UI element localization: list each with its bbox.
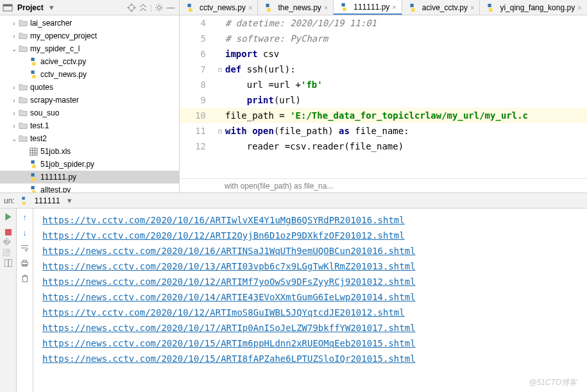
code-line[interactable]: 8 url =url +'fb' xyxy=(180,77,587,92)
tree-item-acive-cctv-py[interactable]: acive_cctv.py xyxy=(0,55,179,68)
code-line[interactable]: 6import csv xyxy=(180,46,587,62)
line-number: 11 xyxy=(180,126,215,136)
close-icon[interactable]: × xyxy=(470,4,474,12)
console-output[interactable]: https://tv.cctv.com/2020/10/16/ARTIwlvXE… xyxy=(33,209,587,392)
code-text: # datetime: 2020/10/19 11:01 xyxy=(225,18,377,28)
chevron-down-icon[interactable]: ▾ xyxy=(46,2,58,13)
target-icon[interactable] xyxy=(126,2,137,13)
line-number: 8 xyxy=(180,80,215,90)
expand-arrow[interactable]: › xyxy=(10,33,18,40)
tree-item-test2[interactable]: ⌄test2 xyxy=(0,132,179,145)
up-icon[interactable]: ↑ xyxy=(19,211,31,223)
trash-icon[interactable] xyxy=(19,273,31,284)
expand-arrow[interactable]: › xyxy=(10,110,18,117)
python-file-icon xyxy=(407,3,418,13)
tree-item-quotes[interactable]: ›quotes xyxy=(0,81,179,94)
soft-wrap-icon[interactable] xyxy=(19,242,31,253)
folder-icon xyxy=(18,121,28,131)
editor-tabs: cctv_news.py×the_news.py×111111.py×acive… xyxy=(180,0,587,15)
editor-panel: cctv_news.py×the_news.py×111111.py×acive… xyxy=(180,0,587,192)
code-line[interactable]: 9 print(url) xyxy=(180,92,587,108)
run-config-name[interactable]: 111111 xyxy=(35,196,60,205)
line-number: 12 xyxy=(180,141,215,151)
line-number: 4 xyxy=(180,18,215,28)
code-line[interactable]: 12 reader =csv.reader(file_name) xyxy=(180,139,587,154)
expand-arrow[interactable]: › xyxy=(10,84,18,91)
tab-label: acive_cctv.py xyxy=(422,3,468,12)
python-icon xyxy=(19,196,29,206)
output-link[interactable]: https://tv.cctv.com/2020/10/16/ARTIwlvXE… xyxy=(42,215,405,225)
code-line[interactable]: 11⊟with open(file_path) as file_name: xyxy=(180,123,587,139)
code-line[interactable]: 4# datetime: 2020/10/19 11:01 xyxy=(180,15,587,31)
rerun-icon[interactable] xyxy=(3,211,14,223)
output-link[interactable]: https://news.cctv.com/2020/10/17/ARTIp0A… xyxy=(42,323,416,333)
code-line[interactable]: 5# software: PyCharm xyxy=(180,31,587,46)
down-icon[interactable]: ↓ xyxy=(19,226,31,238)
expand-arrow[interactable]: ⌄ xyxy=(10,46,18,53)
svg-rect-17 xyxy=(23,260,27,262)
tree-label: 111111.py xyxy=(40,173,76,182)
tab-label: 111111.py xyxy=(353,3,389,12)
project-title: Project xyxy=(15,3,46,12)
expand-arrow[interactable]: › xyxy=(10,123,18,130)
collapse-icon[interactable] xyxy=(137,2,149,13)
tree-item-51job-xls[interactable]: 51job.xls xyxy=(0,145,179,158)
tree-item-cctv-news-py[interactable]: cctv_news.py xyxy=(0,68,179,81)
tab-cctv-news-py[interactable]: cctv_news.py× xyxy=(180,0,258,15)
fold-mark[interactable]: ⊟ xyxy=(215,128,225,135)
close-icon[interactable]: × xyxy=(324,4,328,12)
close-icon[interactable]: × xyxy=(392,3,396,11)
tab-111111-py[interactable]: 111111.py× xyxy=(334,0,402,15)
code-text: reader =csv.reader(file_name) xyxy=(225,141,404,151)
line-number: 6 xyxy=(180,49,215,59)
tree-item-test-1[interactable]: ›test.1 xyxy=(0,119,179,132)
tree-item-alltest-py[interactable]: alltest.py xyxy=(0,183,179,192)
run-panel: un: 111111 ▾ �證 ↑ ↓ xyxy=(0,192,587,392)
tree-item-51job-spider-py[interactable]: 51job_spider.py xyxy=(0,158,179,171)
gear-icon[interactable] xyxy=(153,2,165,13)
close-icon[interactable]: × xyxy=(248,4,252,12)
close-icon[interactable]: × xyxy=(577,4,581,12)
console-line: https://news.cctv.com/2020/10/13/ARTI03v… xyxy=(42,259,587,274)
output-link[interactable]: https://news.cctv.com/2020/10/13/ARTI03v… xyxy=(42,261,416,271)
tree-item-lai-searcher[interactable]: ›lai_searcher xyxy=(0,17,179,30)
code-text: print(url) xyxy=(225,95,301,105)
output-link[interactable]: https://tv.cctv.com/2020/10/12/ARTI2OyjB… xyxy=(42,230,405,241)
tab-yi-qing-fang-kong-py[interactable]: yi_qing_fang_kong.py× xyxy=(480,0,587,15)
expand-arrow[interactable]: › xyxy=(10,20,18,27)
expand-arrow[interactable]: › xyxy=(10,97,18,104)
code-text: file_path = 'E:/The_data_for_topiclcrlaw… xyxy=(225,110,528,121)
project-tree-header: Project ▾ | — xyxy=(0,0,179,15)
tree-item-scrapy-master[interactable]: ›scrapy-master xyxy=(0,94,179,107)
tree-item-sou-suo[interactable]: ›sou_suo xyxy=(0,107,179,119)
run-toolbar-inner: ↑ ↓ xyxy=(17,209,33,392)
tree-item-111111-py[interactable]: 111111.py xyxy=(0,171,179,183)
tree-label: lai_searcher xyxy=(30,19,72,28)
output-link[interactable]: https://news.cctv.com/2020/10/12/ARTIMf7… xyxy=(42,277,416,287)
code-line[interactable]: 7⊟def ssh(url): xyxy=(180,62,587,77)
stop-icon[interactable] xyxy=(3,226,14,238)
output-link[interactable]: https://news.cctv.com/2020/10/15/ARTIm6p… xyxy=(42,338,416,348)
print-icon[interactable] xyxy=(19,257,31,269)
expand-arrow[interactable]: ⌄ xyxy=(10,135,18,142)
output-link[interactable]: https://news.cctv.com/2020/10/15/ARTI8fA… xyxy=(42,354,416,364)
tree-item-my-opencv-project[interactable]: ›my_opencv_project xyxy=(0,30,179,42)
code-line[interactable]: 10file_path = 'E:/The_data_for_topiclcrl… xyxy=(180,108,587,123)
chevron-down-icon[interactable]: ▾ xyxy=(64,195,76,207)
project-tree-body[interactable]: ›lai_searcher›my_opencv_project⌄my_spide… xyxy=(0,15,179,192)
tab-the-news-py[interactable]: the_news.py× xyxy=(258,0,334,15)
svg-point-7 xyxy=(157,6,160,9)
output-link[interactable]: https://tv.cctv.com/2020/10/12/ARTImoS8G… xyxy=(42,307,405,318)
breadcrumb[interactable]: with open(file_path) as file_na... xyxy=(180,178,587,192)
fold-mark[interactable]: ⊟ xyxy=(215,66,225,73)
code-editor[interactable]: 4# datetime: 2020/10/19 11:015# software… xyxy=(180,15,587,178)
restart-icon[interactable]: �證 xyxy=(3,242,14,253)
tree-item-my-spider-c-l[interactable]: ⌄my_spider_c_l xyxy=(0,42,179,55)
layout-icon[interactable] xyxy=(3,257,14,269)
tab-acive-cctv-py[interactable]: acive_cctv.py× xyxy=(402,0,481,15)
python-file-icon xyxy=(485,3,495,13)
code-text: def ssh(url): xyxy=(225,64,296,74)
output-link[interactable]: https://news.cctv.com/2020/10/16/ARTINSa… xyxy=(42,246,416,256)
output-link[interactable]: https://news.cctv.com/2020/10/14/ARTIE43… xyxy=(42,292,416,302)
hide-icon[interactable]: — xyxy=(165,2,176,13)
